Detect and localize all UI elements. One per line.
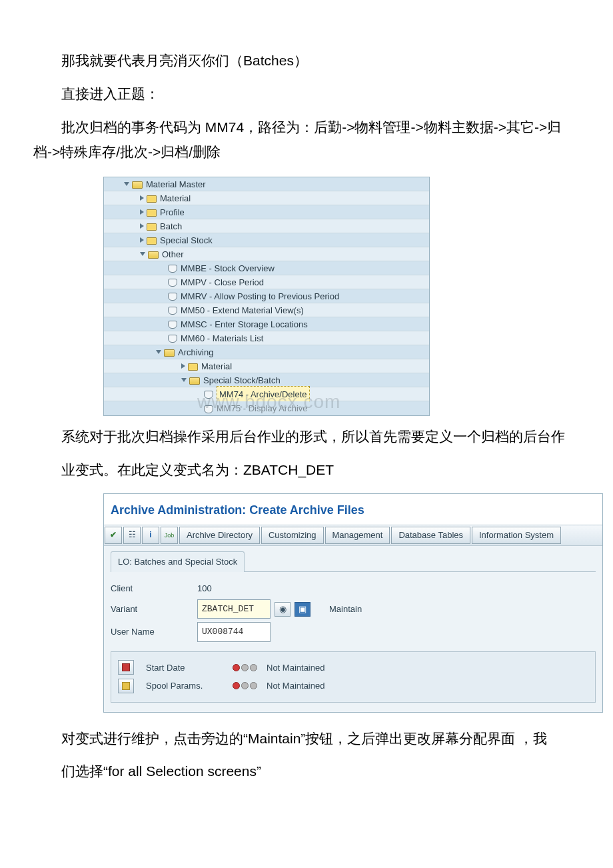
tree-node-arch-material[interactable]: Material — [104, 359, 429, 373]
traffic-light-icon — [233, 664, 257, 671]
expand-down-icon — [124, 182, 129, 186]
tree-label: Material Master — [146, 177, 206, 192]
tcode-icon — [168, 279, 177, 287]
tcode-icon — [204, 405, 213, 413]
panel-body: LO: Batches and Special Stock Client 100… — [104, 546, 602, 711]
expand-down-icon — [181, 378, 187, 382]
status-box: Start Date Not Maintained Spool Params. … — [111, 651, 596, 703]
tree-node-other[interactable]: Other — [104, 247, 429, 261]
sap-archive-admin-panel: Archive Administration: Create Archive F… — [103, 493, 603, 713]
tree-node-mmbe[interactable]: MMBE - Stock Overview — [104, 261, 429, 275]
client-label: Client — [111, 581, 197, 596]
folder-icon — [147, 195, 157, 203]
customizing-button[interactable]: Customizing — [261, 527, 324, 544]
traffic-light-icon — [233, 682, 257, 689]
info-icon[interactable]: i — [142, 527, 159, 544]
job-icon[interactable]: Job — [161, 527, 178, 544]
create-icon[interactable]: ▣ — [295, 602, 310, 617]
username-input[interactable]: UX008744 — [197, 622, 271, 641]
tree-label: MM60 - Materials List — [181, 331, 263, 346]
paragraph-5: 业变式。在此定义变式名为：ZBATCH_DET — [33, 457, 580, 483]
start-date-label: Start Date — [146, 660, 233, 675]
execute-icon[interactable]: ✔ — [105, 527, 122, 544]
tree-label: Material — [201, 359, 232, 374]
tree-node-material[interactable]: Material — [104, 191, 429, 205]
row-username: User Name UX008744 — [111, 622, 596, 641]
folder-open-icon — [164, 349, 175, 357]
database-tables-button[interactable]: Database Tables — [391, 527, 470, 544]
information-system-button[interactable]: Information System — [472, 527, 561, 544]
expand-down-icon — [156, 350, 161, 354]
panel-toolbar: ✔ ☷ i Job Archive Directory Customizing … — [104, 525, 602, 546]
folder-open-icon — [132, 181, 143, 189]
paragraph-7: 们选择“for all Selection screens” — [33, 759, 580, 784]
folder-icon — [188, 363, 198, 371]
tree-label: Other — [162, 247, 184, 262]
tree-label: MMBE - Stock Overview — [181, 261, 275, 276]
expand-right-icon — [140, 209, 144, 215]
tree-label: MMPV - Close Period — [181, 275, 264, 290]
expand-right-icon — [140, 195, 144, 201]
folder-icon — [147, 223, 157, 231]
tree-label: Archiving — [178, 345, 213, 360]
tree-node-mm50[interactable]: MM50 - Extend Material View(s) — [104, 303, 429, 317]
tree-label: MMRV - Allow Posting to Previous Period — [181, 289, 339, 304]
tcode-icon — [168, 335, 177, 343]
row-variant: Variant ZBATCH_DET ◉ ▣ Maintain — [111, 599, 596, 619]
row-start-date: Start Date Not Maintained — [118, 660, 588, 675]
panel-title: Archive Administration: Create Archive F… — [104, 494, 602, 525]
paragraph-1: 那我就要代表月亮消灭你们（Batches） — [33, 48, 580, 73]
tree-label: Material — [160, 191, 191, 206]
tree-node-archiving[interactable]: Archiving — [104, 345, 429, 359]
username-label: User Name — [111, 624, 197, 639]
sap-menu-tree: Material Master Material Profile Batch S… — [103, 177, 430, 416]
tree-node-mmpv[interactable]: MMPV - Close Period — [104, 275, 429, 289]
expand-right-icon — [140, 223, 144, 229]
folder-icon — [147, 209, 157, 217]
paragraph-6: 对变式进行维护，点击旁边的“Maintain”按钮，之后弹出更改屏幕分配界面 ，… — [33, 726, 580, 751]
section-tab: LO: Batches and Special Stock — [111, 551, 245, 571]
spool-params-status: Not Maintained — [267, 678, 324, 693]
tree-node-profile[interactable]: Profile — [104, 205, 429, 219]
folder-open-icon — [148, 251, 159, 259]
folder-icon — [147, 237, 157, 245]
tree-label: Special Stock — [160, 233, 213, 248]
tree-node-mm60[interactable]: MM60 - Materials List — [104, 331, 429, 345]
expand-down-icon — [140, 252, 145, 256]
paragraph-3: 批次归档的事务代码为 MM74，路径为：后勤->物料管理->物料主数据->其它-… — [33, 115, 580, 165]
tcode-icon — [168, 321, 177, 329]
start-date-icon[interactable] — [118, 660, 134, 675]
start-date-status: Not Maintained — [267, 660, 324, 675]
tree-node-mm74[interactable]: MM74 - Archive/Delete — [104, 387, 429, 401]
tcode-icon — [204, 391, 213, 399]
client-value: 100 — [197, 581, 212, 596]
maintain-button[interactable]: Maintain — [329, 601, 362, 617]
variant-input[interactable]: ZBATCH_DET — [197, 599, 271, 619]
tree-node-batch[interactable]: Batch — [104, 219, 429, 233]
tree-label: MM75 - Display Archive — [217, 401, 308, 416]
variant-label: Variant — [111, 601, 197, 617]
value-help-icon[interactable]: ◉ — [275, 602, 291, 617]
spool-params-icon[interactable] — [118, 679, 134, 693]
expand-right-icon — [140, 237, 144, 243]
paragraph-4: 系统对于批次归档操作采用后台作业的形式，所以首先需要定义一个归档的后台作 — [33, 424, 580, 449]
paragraph-2: 直接进入正题： — [33, 81, 580, 107]
tree-icon[interactable]: ☷ — [123, 527, 141, 544]
tree-node-mmrv[interactable]: MMRV - Allow Posting to Previous Period — [104, 289, 429, 303]
archive-directory-button[interactable]: Archive Directory — [179, 527, 260, 544]
tree-label: MM50 - Extend Material View(s) — [181, 303, 304, 318]
tree-label: Batch — [160, 219, 182, 234]
tree-node-special-stock[interactable]: Special Stock — [104, 233, 429, 247]
tree-node-mm75[interactable]: MM75 - Display Archive www.bdocx.com — [104, 401, 429, 415]
management-button[interactable]: Management — [325, 527, 390, 544]
tcode-icon — [168, 265, 177, 273]
row-client: Client 100 — [111, 581, 596, 596]
tree-label: Profile — [160, 205, 185, 220]
row-spool-params: Spool Params. Not Maintained — [118, 678, 588, 693]
tree-node-mmsc[interactable]: MMSC - Enter Storage Locations — [104, 317, 429, 331]
spool-params-label: Spool Params. — [146, 678, 233, 693]
tree-node-material-master[interactable]: Material Master — [104, 177, 429, 191]
tcode-icon — [168, 293, 177, 301]
expand-right-icon — [181, 363, 185, 369]
folder-open-icon — [189, 377, 200, 385]
